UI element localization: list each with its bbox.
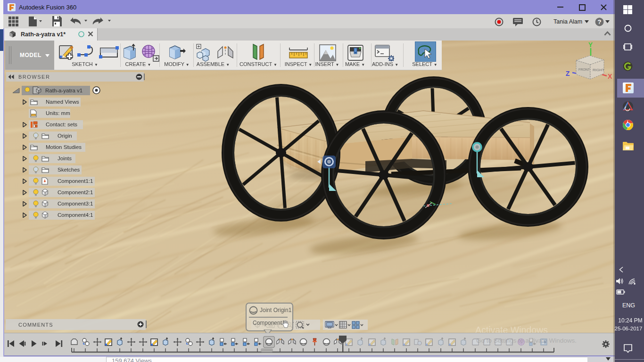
svg-text:?: ? xyxy=(598,18,602,25)
svg-text:Y: Y xyxy=(588,41,593,49)
svg-text:RIGHT: RIGHT xyxy=(593,68,604,72)
svg-text:X: X xyxy=(608,73,612,80)
svg-text:Z: Z xyxy=(566,70,570,77)
svg-text:FRONT: FRONT xyxy=(578,68,590,71)
